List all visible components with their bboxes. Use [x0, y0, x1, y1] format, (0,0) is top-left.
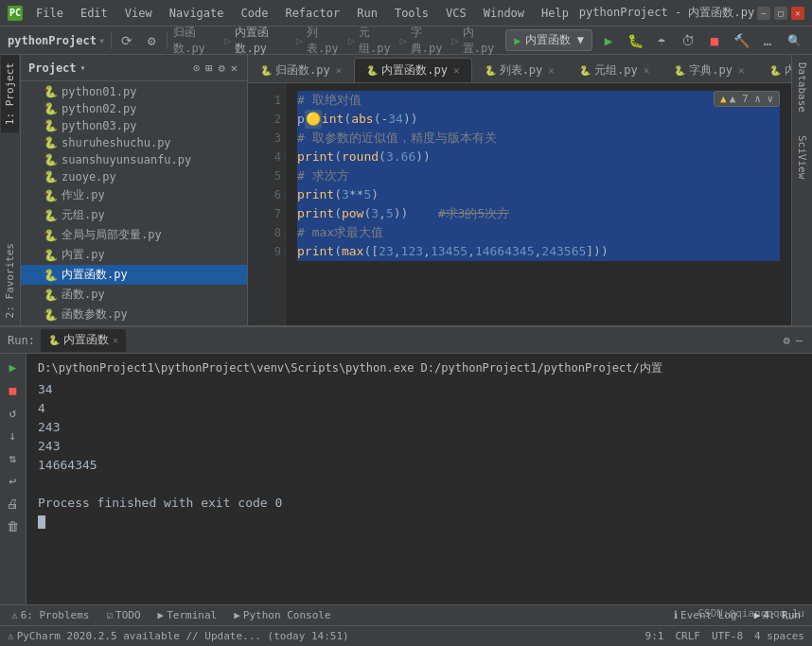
run-minimize-icon[interactable]: —: [794, 332, 804, 349]
menu-file[interactable]: File: [28, 5, 71, 22]
tab-neizhi2[interactable]: 🐍 内置.py ✕: [757, 58, 791, 82]
breadcrumb-item5[interactable]: 内置.py: [463, 25, 501, 57]
status-problems[interactable]: ⚠ PyCharm 2020.2.5 available // Update..…: [8, 630, 349, 642]
app-icon: PC: [8, 6, 23, 21]
run-rerun-btn[interactable]: ↺: [4, 403, 23, 422]
run-settings-icon[interactable]: ⚙: [782, 332, 792, 349]
run-button[interactable]: ▶: [598, 30, 619, 51]
menu-run[interactable]: Run: [349, 5, 385, 22]
py-icon: 🐍: [44, 85, 58, 98]
file-item[interactable]: 🐍 全局与局部变量.py: [21, 225, 247, 245]
breadcrumb-item[interactable]: 归函数.py: [173, 25, 221, 57]
run-tab-active[interactable]: 🐍 内置函数 ✕: [41, 329, 126, 352]
tab-close-icon[interactable]: ✕: [336, 64, 343, 77]
tab-close-icon[interactable]: ✕: [738, 64, 745, 77]
tab-yuanzu[interactable]: 🐍 元组.py ✕: [567, 58, 662, 82]
file-item[interactable]: 🐍 函数.py: [21, 285, 247, 305]
file-item-active[interactable]: 🐍 内置函数.py: [21, 265, 247, 285]
gear-icon[interactable]: ⚙: [142, 31, 161, 50]
bottom-tab-terminal[interactable]: ▶ Terminal: [150, 607, 225, 623]
breadcrumb-item2[interactable]: 列表.py: [307, 25, 344, 57]
menu-view[interactable]: View: [117, 5, 160, 22]
menu-edit[interactable]: Edit: [73, 5, 115, 22]
tab-liebiao[interactable]: 🐍 列表.py ✕: [472, 58, 567, 82]
status-charset[interactable]: UTF-8: [712, 630, 743, 642]
breadcrumb-item4[interactable]: 字典.py: [411, 25, 449, 57]
terminal-icon: ▶: [158, 609, 165, 621]
bottom-tab-problems[interactable]: ⚠ 6: Problems: [4, 607, 97, 623]
run-sortasc-btn[interactable]: ⇅: [4, 448, 23, 467]
debug-button[interactable]: 🐛: [625, 30, 645, 51]
menu-vcs[interactable]: VCS: [438, 5, 474, 22]
status-encoding[interactable]: CRLF: [675, 630, 700, 642]
run-stop-btn[interactable]: ■: [4, 380, 23, 399]
tab-close-icon[interactable]: ✕: [644, 64, 650, 77]
menu-navigate[interactable]: Navigate: [162, 5, 232, 22]
file-item[interactable]: 🐍 内置.py: [21, 245, 247, 265]
bottom-tab-event-log[interactable]: ℹ Event Log: [666, 607, 745, 623]
project-name[interactable]: pythonProject ▾: [8, 34, 105, 47]
profile-button[interactable]: ⏱: [678, 30, 698, 51]
run-scroll-end-btn[interactable]: ↓: [4, 426, 23, 445]
error-indicator[interactable]: ▲ ▲ 7 ∧ ∨: [714, 91, 780, 107]
minimize-button[interactable]: —: [757, 7, 770, 20]
py-icon: 🐍: [44, 170, 58, 183]
sync-icon[interactable]: ⟳: [117, 31, 136, 50]
more-run-btn[interactable]: …: [757, 30, 778, 51]
bottom-tab-run[interactable]: ▶ 4: Run: [747, 607, 808, 623]
breadcrumb-active[interactable]: 内置函数.py: [235, 25, 291, 57]
file-item[interactable]: 🐍 shuruheshuchu.py: [21, 134, 247, 151]
tab-close-icon[interactable]: ✕: [453, 64, 460, 77]
tab-close-icon[interactable]: ✕: [548, 64, 555, 77]
run-wrap-btn[interactable]: ↩: [4, 471, 23, 490]
panel-close-icon[interactable]: ✕: [229, 60, 239, 77]
bottom-tab-todo[interactable]: ☑ TODO: [98, 607, 148, 623]
menu-code[interactable]: Code: [234, 5, 276, 22]
search-button[interactable]: 🔍: [784, 30, 804, 51]
menu-refactor[interactable]: Refactor: [277, 5, 347, 22]
run-print-btn[interactable]: 🖨: [4, 494, 23, 513]
coverage-button[interactable]: ☂: [651, 30, 672, 51]
file-item[interactable]: 🐍 python03.py: [21, 117, 247, 134]
build-button[interactable]: 🔨: [731, 30, 751, 51]
sidebar-tab-favorites[interactable]: 2: Favorites: [1, 236, 19, 325]
code-editor[interactable]: 1 2 3 4 5 6 7 8 9 # 取绝对值 p🟡int(abs(-34))…: [248, 83, 791, 325]
py-icon: 🐍: [44, 209, 58, 222]
file-item[interactable]: 🐍 python02.py: [21, 100, 247, 117]
menu-window[interactable]: Window: [476, 5, 532, 22]
maximize-button[interactable]: □: [774, 7, 787, 20]
tab-guihan[interactable]: 🐍 归函数.py ✕: [248, 58, 354, 82]
py-icon: 🐍: [44, 308, 58, 322]
close-button[interactable]: ✕: [791, 7, 804, 20]
right-tab-sciview[interactable]: SciView: [793, 128, 811, 186]
status-position[interactable]: 9:1: [645, 630, 664, 642]
stop-button[interactable]: ■: [704, 30, 725, 51]
file-item[interactable]: 🐍 suanshuyunsuanfu.py: [21, 151, 247, 168]
tab-neizhi[interactable]: 🐍 内置函数.py ✕: [354, 58, 471, 82]
run-tab-close-icon[interactable]: ✕: [113, 335, 118, 345]
menu-help[interactable]: Help: [534, 5, 576, 22]
sidebar-tab-project[interactable]: 1: Project: [1, 55, 19, 132]
panel-expand-icon[interactable]: ⊞: [203, 60, 214, 77]
py-icon: 🐍: [44, 119, 58, 132]
run-clear-btn[interactable]: 🗑: [4, 516, 23, 535]
run-panel-icons: ⚙ —: [782, 332, 804, 349]
file-item[interactable]: 🐍 python01.py: [21, 83, 247, 100]
panel-locate-icon[interactable]: ⊙: [191, 60, 202, 77]
py-icon: 🐍: [44, 269, 58, 282]
menu-tools[interactable]: Tools: [387, 5, 436, 22]
file-item[interactable]: 🐍 函数参数.py: [21, 305, 247, 324]
tab-zidian[interactable]: 🐍 字典.py ✕: [662, 58, 756, 82]
run-play-btn[interactable]: ▶: [4, 358, 23, 376]
right-tab-database[interactable]: Database: [793, 55, 811, 120]
bottom-tab-python-console[interactable]: ▶ Python Console: [226, 607, 338, 623]
run-config-selector[interactable]: ▶ 内置函数 ▼: [505, 29, 592, 51]
tab-icon: 🐍: [485, 65, 496, 76]
file-item[interactable]: 🐍 zuoye.py: [21, 168, 247, 185]
panel-settings-icon[interactable]: ⚙: [217, 60, 227, 77]
file-item[interactable]: 🐍 元组.py: [21, 205, 247, 225]
status-indent[interactable]: 4 spaces: [754, 630, 804, 642]
code-content[interactable]: # 取绝对值 p🟡int(abs(-34)) # 取参数的近似值，精度与版本有关…: [286, 83, 791, 325]
breadcrumb-item3[interactable]: 元组.py: [359, 25, 397, 57]
file-item[interactable]: 🐍 作业.py: [21, 185, 247, 205]
